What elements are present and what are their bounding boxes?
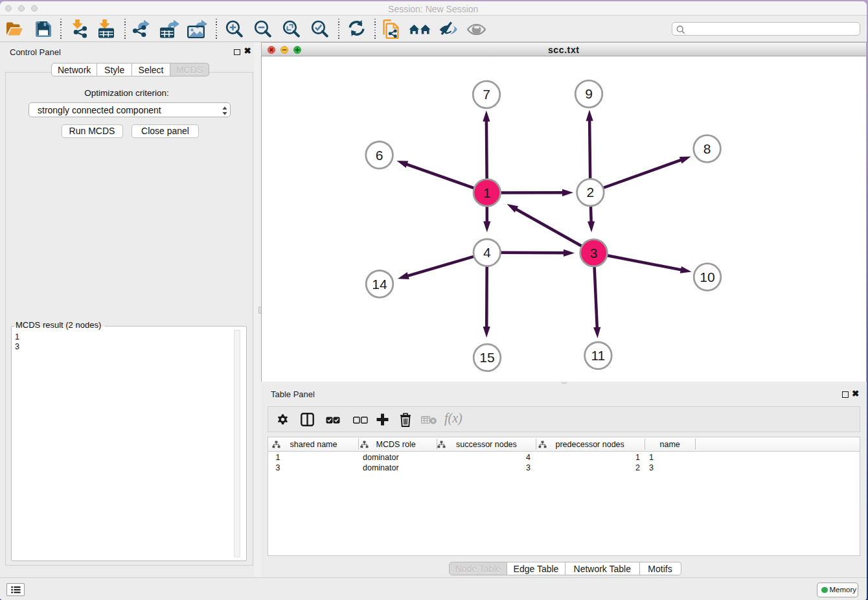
- svg-text:6: 6: [376, 148, 383, 163]
- svg-text:15: 15: [479, 350, 494, 365]
- svg-text:9: 9: [585, 86, 593, 101]
- svg-text:2: 2: [587, 185, 595, 200]
- svg-text:8: 8: [703, 141, 711, 156]
- svg-text:10: 10: [700, 270, 714, 284]
- svg-text:3: 3: [590, 246, 598, 260]
- svg-text:1: 1: [483, 185, 491, 200]
- svg-text:7: 7: [483, 87, 490, 102]
- svg-text:4: 4: [483, 245, 491, 260]
- svg-text:11: 11: [591, 348, 605, 363]
- svg-text:14: 14: [372, 277, 387, 292]
